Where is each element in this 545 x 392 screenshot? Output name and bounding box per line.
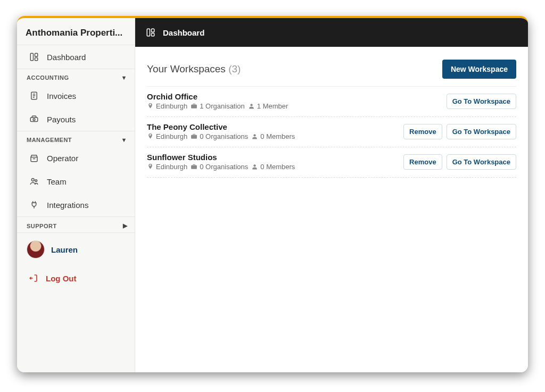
- workspace-actions: RemoveGo To Workspace: [403, 124, 516, 139]
- logout-label: Log Out: [46, 274, 76, 283]
- user-icon: [248, 103, 255, 110]
- org-name: Anthomania Properti...: [17, 18, 135, 45]
- pin-icon: [147, 163, 154, 170]
- location-meta: Edinburgh: [147, 102, 187, 110]
- section-label: MANAGEMENT: [27, 137, 72, 143]
- workspace-row: The Peony CollectiveEdinburgh0 Organisat…: [147, 117, 516, 147]
- sidebar-item-invoices[interactable]: Invoices: [17, 84, 135, 107]
- sidebar: Anthomania Properti... Dashboard ACCOUNT…: [17, 18, 135, 372]
- remove-workspace-button[interactable]: Remove: [403, 124, 442, 139]
- section-accounting[interactable]: ACCOUNTING ▼: [17, 69, 135, 84]
- section-management[interactable]: MANAGEMENT ▼: [17, 131, 135, 146]
- svg-rect-10: [152, 34, 154, 36]
- payouts-icon: [29, 114, 39, 124]
- user-row[interactable]: Lauren: [17, 232, 135, 266]
- svg-point-7: [35, 180, 37, 182]
- sidebar-item-operator[interactable]: Operator: [17, 146, 135, 170]
- location-meta: Edinburgh: [147, 163, 187, 171]
- workspace-info: Orchid OfficeEdinburgh1 Organisation1 Me…: [147, 92, 447, 110]
- svg-rect-1: [35, 53, 38, 56]
- logout-icon: [29, 273, 38, 283]
- svg-point-12: [254, 134, 256, 136]
- svg-point-13: [254, 164, 256, 166]
- user-icon: [251, 163, 258, 170]
- svg-rect-8: [147, 29, 150, 36]
- app-frame: Anthomania Properti... Dashboard ACCOUNT…: [17, 16, 528, 372]
- workspace-actions: RemoveGo To Workspace: [403, 154, 516, 170]
- operator-icon: [29, 153, 39, 163]
- logout-button[interactable]: Log Out: [17, 266, 135, 290]
- workspace-name: Orchid Office: [147, 92, 447, 101]
- workspace-row: Sunflower StudiosEdinburgh0 Organisation…: [147, 147, 516, 178]
- goto-workspace-button[interactable]: Go To Workspace: [447, 154, 516, 170]
- invoice-icon: [29, 90, 39, 101]
- dashboard-icon: [146, 28, 155, 37]
- workspaces-count: (3): [228, 63, 241, 74]
- members-meta: 1 Member: [248, 102, 288, 110]
- workspace-meta: Edinburgh0 Organisations0 Members: [147, 163, 403, 171]
- sidebar-item-label: Team: [47, 177, 67, 186]
- workspace-actions: Go To Workspace: [447, 94, 516, 109]
- workspaces-title-text: Your Workspaces: [147, 63, 226, 74]
- section-label: ACCOUNTING: [27, 74, 69, 81]
- dashboard-icon: [29, 52, 39, 62]
- workspace-name: Sunflower Studios: [147, 153, 403, 162]
- members-meta: 0 Members: [251, 163, 295, 171]
- sidebar-item-label: Invoices: [47, 91, 76, 101]
- page-title: Dashboard: [163, 28, 204, 37]
- workspace-meta: Edinburgh0 Organisations0 Members: [147, 132, 403, 140]
- plug-icon: [29, 199, 39, 210]
- remove-workspace-button[interactable]: Remove: [403, 154, 442, 170]
- orgs-meta: 0 Organisations: [191, 132, 248, 140]
- user-icon: [251, 133, 258, 140]
- new-workspace-button[interactable]: New Workspace: [442, 60, 516, 79]
- svg-point-6: [31, 179, 34, 181]
- goto-workspace-button[interactable]: Go To Workspace: [447, 94, 516, 109]
- workspace-meta: Edinburgh1 Organisation1 Member: [147, 102, 447, 110]
- members-meta: 0 Members: [251, 132, 295, 140]
- svg-rect-9: [152, 29, 154, 32]
- sidebar-item-label: Dashboard: [47, 53, 86, 62]
- team-icon: [29, 176, 39, 187]
- workspace-row: Orchid OfficeEdinburgh1 Organisation1 Me…: [147, 87, 516, 117]
- avatar: [27, 240, 45, 258]
- svg-rect-2: [35, 58, 38, 61]
- sidebar-item-label: Integrations: [47, 201, 88, 210]
- location-meta: Edinburgh: [147, 132, 187, 140]
- sidebar-item-integrations[interactable]: Integrations: [17, 193, 135, 216]
- goto-workspace-button[interactable]: Go To Workspace: [447, 124, 516, 139]
- sidebar-item-label: Payouts: [47, 115, 76, 124]
- svg-rect-0: [30, 53, 33, 61]
- workspaces-list: Orchid OfficeEdinburgh1 Organisation1 Me…: [147, 87, 516, 178]
- briefcase-icon: [191, 133, 197, 140]
- pin-icon: [147, 133, 154, 140]
- chevron-down-icon: ▼: [121, 137, 127, 143]
- svg-point-5: [33, 119, 35, 121]
- workspaces-title: Your Workspaces (3): [147, 63, 241, 75]
- sidebar-item-label: Operator: [47, 154, 78, 163]
- svg-point-11: [250, 104, 252, 106]
- pin-icon: [147, 103, 154, 110]
- main: Dashboard Your Workspaces (3) New Worksp…: [135, 18, 528, 372]
- sidebar-item-team[interactable]: Team: [17, 170, 135, 193]
- user-name: Lauren: [51, 245, 78, 254]
- briefcase-icon: [191, 163, 197, 170]
- sidebar-item-payouts[interactable]: Payouts: [17, 107, 135, 131]
- sidebar-item-dashboard[interactable]: Dashboard: [17, 45, 135, 69]
- topbar: Dashboard: [135, 18, 528, 47]
- workspace-info: The Peony CollectiveEdinburgh0 Organisat…: [147, 122, 403, 140]
- chevron-down-icon: ▼: [121, 74, 127, 81]
- orgs-meta: 0 Organisations: [191, 163, 248, 171]
- workspaces-header: Your Workspaces (3) New Workspace: [147, 60, 516, 87]
- orgs-meta: 1 Organisation: [191, 102, 245, 110]
- workspace-name: The Peony Collective: [147, 122, 403, 131]
- content: Your Workspaces (3) New Workspace Orchid…: [135, 47, 528, 190]
- workspace-info: Sunflower StudiosEdinburgh0 Organisation…: [147, 153, 403, 171]
- section-support[interactable]: SUPPORT ▶: [17, 216, 135, 232]
- chevron-right-icon: ▶: [123, 222, 128, 229]
- briefcase-icon: [191, 103, 197, 110]
- section-label: SUPPORT: [27, 223, 57, 229]
